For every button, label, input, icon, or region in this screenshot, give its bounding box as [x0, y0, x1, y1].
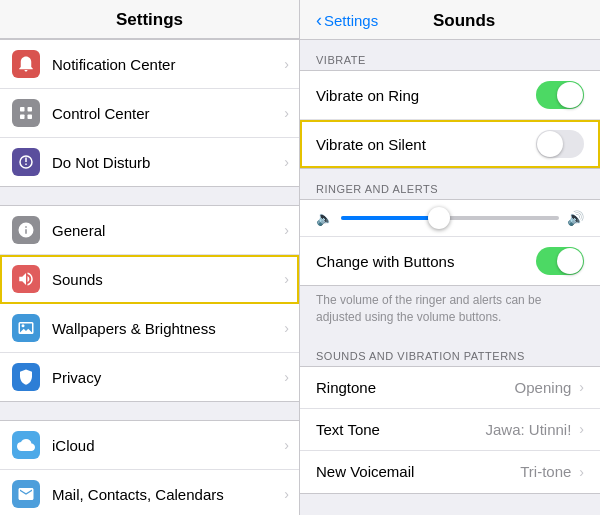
ringtone-label: Ringtone — [316, 379, 515, 396]
slider-thumb[interactable] — [428, 207, 450, 229]
vibrate-on-silent-label: Vibrate on Silent — [316, 136, 536, 153]
chevron-icon: › — [284, 320, 289, 336]
toggle-knob — [557, 82, 583, 108]
control-center-icon — [12, 99, 40, 127]
text-tone-value: Jawa: Utinni! — [485, 421, 571, 438]
ringtone-item[interactable]: Ringtone Opening › — [300, 367, 600, 409]
back-button[interactable]: ‹ Settings — [316, 10, 378, 31]
svg-point-4 — [22, 324, 25, 327]
text-tone-label: Text Tone — [316, 421, 485, 438]
volume-low-icon: 🔈 — [316, 210, 333, 226]
ringer-group: 🔈 🔊 Change with Buttons — [300, 199, 600, 286]
do-not-disturb-icon — [12, 148, 40, 176]
mail-label: Mail, Contacts, Calendars — [52, 486, 280, 503]
privacy-icon — [12, 363, 40, 391]
volume-slider-row: 🔈 🔊 — [300, 200, 600, 237]
mail-icon — [12, 480, 40, 508]
vibrate-on-ring-label: Vibrate on Ring — [316, 87, 536, 104]
wallpapers-label: Wallpapers & Brightness — [52, 320, 280, 337]
control-center-label: Control Center — [52, 105, 280, 122]
chevron-icon: › — [284, 154, 289, 170]
settings-header: Settings — [0, 0, 299, 39]
chevron-icon: › — [284, 437, 289, 453]
chevron-icon: › — [284, 271, 289, 287]
sidebar-item-do-not-disturb[interactable]: Do Not Disturb › — [0, 138, 299, 186]
vibrate-on-silent-toggle[interactable] — [536, 130, 584, 158]
sounds-icon — [12, 265, 40, 293]
sidebar-item-mail[interactable]: Mail, Contacts, Calendars › — [0, 470, 299, 515]
general-icon — [12, 216, 40, 244]
sidebar-item-wallpapers[interactable]: Wallpapers & Brightness › — [0, 304, 299, 353]
volume-slider-track[interactable] — [341, 216, 559, 220]
sidebar-item-general[interactable]: General › — [0, 206, 299, 255]
vibrate-on-silent-item: Vibrate on Silent — [300, 120, 600, 168]
icloud-icon — [12, 431, 40, 459]
sidebar-item-icloud[interactable]: iCloud › — [0, 421, 299, 470]
chevron-icon: › — [284, 105, 289, 121]
settings-group-2: General › Sounds › Wallpapers & Brightne… — [0, 205, 299, 402]
chevron-icon: › — [579, 421, 584, 437]
ringer-section-header: RINGER AND ALERTS — [300, 169, 600, 199]
chevron-icon: › — [284, 486, 289, 502]
new-voicemail-value: Tri-tone — [520, 463, 571, 480]
svg-rect-2 — [20, 115, 25, 120]
hint-text: The volume of the ringer and alerts can … — [300, 286, 600, 336]
chevron-icon: › — [579, 379, 584, 395]
patterns-group: Ringtone Opening › Text Tone Jawa: Utinn… — [300, 366, 600, 494]
svg-rect-3 — [28, 115, 33, 120]
volume-high-icon: 🔊 — [567, 210, 584, 226]
change-with-buttons-item: Change with Buttons — [300, 237, 600, 285]
back-label: Settings — [324, 12, 378, 29]
notification-center-label: Notification Center — [52, 56, 280, 73]
settings-group-1: Notification Center › Control Center › D… — [0, 39, 299, 187]
sidebar-item-privacy[interactable]: Privacy › — [0, 353, 299, 401]
wallpaper-icon — [12, 314, 40, 342]
toggle-knob — [537, 131, 563, 157]
vibrate-on-ring-toggle[interactable] — [536, 81, 584, 109]
svg-rect-1 — [28, 107, 33, 112]
back-chevron-icon: ‹ — [316, 10, 322, 31]
change-with-buttons-label: Change with Buttons — [316, 253, 536, 270]
general-label: General — [52, 222, 280, 239]
sounds-label: Sounds — [52, 271, 280, 288]
settings-group-3: iCloud › Mail, Contacts, Calendars › Not… — [0, 420, 299, 515]
sounds-right-panel: ‹ Settings Sounds VIBRATE Vibrate on Rin… — [300, 0, 600, 515]
new-voicemail-item[interactable]: New Voicemail Tri-tone › — [300, 451, 600, 493]
patterns-section-header: SOUNDS AND VIBRATION PATTERNS — [300, 336, 600, 366]
chevron-icon: › — [284, 369, 289, 385]
slider-fill — [341, 216, 439, 220]
new-voicemail-label: New Voicemail — [316, 463, 520, 480]
notification-center-icon — [12, 50, 40, 78]
sidebar-item-control-center[interactable]: Control Center › — [0, 89, 299, 138]
vibrate-section-header: VIBRATE — [300, 40, 600, 70]
sounds-title: Sounds — [384, 11, 544, 31]
text-tone-item[interactable]: Text Tone Jawa: Utinni! › — [300, 409, 600, 451]
svg-rect-0 — [20, 107, 25, 112]
toggle-knob — [557, 248, 583, 274]
do-not-disturb-label: Do Not Disturb — [52, 154, 280, 171]
change-with-buttons-toggle[interactable] — [536, 247, 584, 275]
sounds-header: ‹ Settings Sounds — [300, 0, 600, 40]
sidebar-item-notification-center[interactable]: Notification Center › — [0, 40, 299, 89]
vibrate-group: Vibrate on Ring Vibrate on Silent — [300, 70, 600, 169]
chevron-icon: › — [284, 222, 289, 238]
chevron-icon: › — [579, 464, 584, 480]
chevron-icon: › — [284, 56, 289, 72]
settings-left-panel: Settings Notification Center › Control C… — [0, 0, 300, 515]
vibrate-on-ring-item: Vibrate on Ring — [300, 71, 600, 120]
privacy-label: Privacy — [52, 369, 280, 386]
ringtone-value: Opening — [515, 379, 572, 396]
sidebar-item-sounds[interactable]: Sounds › — [0, 255, 299, 304]
icloud-label: iCloud — [52, 437, 280, 454]
